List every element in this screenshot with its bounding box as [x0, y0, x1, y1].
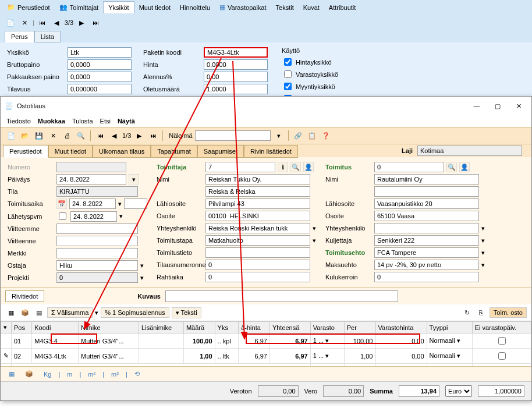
- tyh-dd-icon[interactable]: ▾: [481, 225, 485, 232]
- table-row[interactable]: ✎ 02 M4G3-4Ltk Mutteri G3/4"... 1,00 .. …: [1, 349, 531, 364]
- cell-varasto[interactable]: 1 ... ▾: [310, 349, 344, 364]
- input-oletusmaara[interactable]: [204, 84, 268, 94]
- menu-tulosta[interactable]: Tulosta: [72, 118, 93, 125]
- cell-per[interactable]: 1,00: [344, 349, 375, 364]
- toimitusaika-input[interactable]: [69, 198, 116, 209]
- cell-maara[interactable]: 100,00: [183, 334, 215, 349]
- lahetyspvm-chk[interactable]: [59, 212, 66, 220]
- cell-pos[interactable]: 01: [12, 334, 32, 349]
- cell-ei-varastopaiv[interactable]: [472, 349, 531, 364]
- th-koodi[interactable]: Koodi: [32, 322, 79, 334]
- cal2-icon[interactable]: 📅: [56, 198, 67, 209]
- row-marker[interactable]: *: [1, 364, 12, 367]
- tlahiosoite-input[interactable]: [374, 198, 479, 209]
- toimitusaika-time[interactable]: [124, 198, 147, 209]
- tab-tekstit[interactable]: Tekstit: [271, 2, 299, 13]
- th-maara[interactable]: Määrä: [183, 322, 215, 334]
- next-icon[interactable]: ▶: [76, 17, 87, 29]
- toimitus-input[interactable]: [374, 162, 444, 172]
- th-nimike[interactable]: Nimike: [79, 322, 139, 334]
- ostaja-dd-icon[interactable]: ▾: [140, 262, 144, 269]
- cell-yks[interactable]: .. ltk: [215, 349, 239, 364]
- person-icon[interactable]: 👤: [303, 162, 314, 172]
- ft-icon1[interactable]: ▦: [5, 369, 18, 379]
- th-ahinta[interactable]: à-hinta: [239, 322, 270, 334]
- cell-lisanimike[interactable]: [139, 349, 184, 364]
- rahtiaika-input[interactable]: [205, 272, 310, 282]
- tb-doc-icon[interactable]: 📋: [306, 130, 318, 141]
- table-row-empty[interactable]: *▾▾: [1, 364, 531, 367]
- toimitustapa-input[interactable]: [205, 235, 310, 246]
- ft-icon2[interactable]: 📦: [22, 369, 37, 379]
- maximize-button[interactable]: ▢: [490, 100, 506, 112]
- tyhteyshenkilo-input[interactable]: [374, 223, 479, 233]
- th-varastohinta[interactable]: Varastohinta: [375, 322, 427, 334]
- tb-last-icon[interactable]: ⏭: [147, 130, 159, 141]
- th-varasto[interactable]: Varasto: [310, 322, 344, 334]
- menu-tiedosto[interactable]: Tiedosto: [6, 118, 31, 125]
- tb-delete-icon[interactable]: ✕: [47, 130, 59, 141]
- nimi2-input[interactable]: [205, 186, 310, 197]
- ft-kg[interactable]: Kg: [40, 370, 55, 379]
- th-pos[interactable]: Pos: [12, 322, 32, 334]
- tab-varastopaikat[interactable]: ▦Varastopaikat: [215, 1, 271, 13]
- prev-icon[interactable]: ◀: [51, 17, 62, 29]
- paivays-input[interactable]: [56, 174, 126, 185]
- subtab-perus[interactable]: Perus: [5, 31, 34, 42]
- cell-yhteensa[interactable]: 6,97: [269, 349, 310, 364]
- merkki-input[interactable]: [56, 248, 138, 258]
- yhteyshenkilo-input[interactable]: [205, 223, 310, 233]
- ostaja-input[interactable]: [56, 260, 138, 271]
- toim-osto-btn[interactable]: Toim. osto: [490, 307, 527, 318]
- toimittaja-input[interactable]: [205, 162, 275, 172]
- th-lisanimike[interactable]: Lisänimike: [139, 322, 184, 334]
- input-paketin-koodi[interactable]: [204, 47, 268, 58]
- table-wrap[interactable]: ▾ Pos Koodi Nimike Lisänimike Määrä Yks …: [1, 321, 531, 366]
- calendar-icon[interactable]: ▾: [129, 174, 139, 185]
- projekti-input[interactable]: [56, 272, 138, 283]
- tb-link-icon[interactable]: 🔗: [292, 130, 304, 141]
- tab-toimittajat[interactable]: 👥Toimittajat: [55, 1, 104, 13]
- cell-ei-varastopaiv[interactable]: [472, 334, 531, 349]
- cell-pos[interactable]: 02: [12, 349, 32, 364]
- tb-dropdown-icon[interactable]: ▾: [273, 130, 285, 141]
- row-marker[interactable]: ✎: [1, 349, 12, 364]
- lahetyspvm-input[interactable]: [70, 211, 117, 222]
- ft-m[interactable]: m: [63, 370, 76, 379]
- rt-icon2[interactable]: 📦: [19, 307, 31, 318]
- cell-nimike[interactable]: Mutteri G3/4"...: [79, 349, 139, 364]
- subtab-lista[interactable]: Lista: [34, 31, 61, 42]
- rt-icon1[interactable]: ▦: [5, 307, 17, 318]
- cell-lisanimike[interactable]: [139, 334, 184, 349]
- new-icon[interactable]: 📄: [5, 17, 16, 29]
- cell-koodi[interactable]: M4G3-4Ltk: [32, 349, 79, 364]
- yh-dd-icon[interactable]: ▾: [313, 225, 316, 232]
- tilausnumeronne-input[interactable]: [205, 260, 310, 270]
- tab-yksikot[interactable]: Yksiköt: [103, 1, 134, 13]
- ft-m3[interactable]: m³: [108, 370, 122, 379]
- cell-nimike[interactable]: Mutteri G3/4"...: [79, 334, 139, 349]
- search-icon[interactable]: 🔍: [290, 162, 301, 172]
- cell-tyyppi[interactable]: Normaali ▾: [427, 334, 472, 349]
- osoite-input[interactable]: [205, 211, 310, 221]
- maksuehto-input[interactable]: [374, 260, 479, 270]
- input-alennus[interactable]: [204, 72, 268, 82]
- person2-icon[interactable]: 👤: [459, 162, 470, 172]
- chevron-down-icon[interactable]: ▾: [118, 200, 122, 208]
- tnimi2-input[interactable]: [374, 186, 479, 197]
- cell-varastohinta[interactable]: 0,00: [375, 334, 427, 349]
- cell-ahinta[interactable]: 6,97: [239, 349, 270, 364]
- menu-etsi[interactable]: Etsi: [100, 118, 111, 125]
- tb-help-icon[interactable]: ❓: [320, 130, 332, 141]
- ft-m2[interactable]: m²: [84, 370, 99, 379]
- mtab-ulkomaan-tilaus[interactable]: Ulkomaan tilaus: [93, 145, 151, 158]
- th-yhteensa[interactable]: Yhteensä: [269, 322, 310, 334]
- me-dd-icon[interactable]: ▾: [481, 261, 485, 269]
- th-per[interactable]: Per: [344, 322, 375, 334]
- last-icon[interactable]: ⏭: [90, 17, 101, 29]
- teksti-btn[interactable]: ▾ Teksti: [172, 307, 201, 318]
- tb-prev-icon[interactable]: ◀: [108, 130, 120, 141]
- nakyma-input[interactable]: [195, 130, 271, 141]
- menu-muokkaa[interactable]: Muokkaa: [38, 118, 65, 125]
- cell-koodi[interactable]: M4G3-4: [32, 334, 79, 349]
